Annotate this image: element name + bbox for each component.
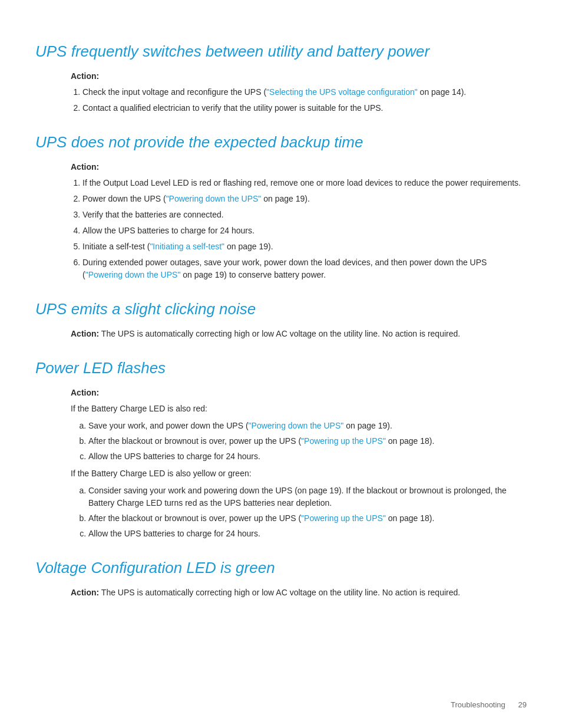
- section-backup-time-title: UPS does not provide the expected backup…: [35, 131, 527, 154]
- section-voltage-led: Voltage Configuration LED is green Actio…: [35, 556, 527, 599]
- voltage-led-action-text: The UPS is automatically correcting high…: [101, 588, 460, 597]
- list-item: Verify that the batteries are connected.: [82, 209, 527, 221]
- list-item: After the blackout or brownout is over, …: [88, 435, 527, 447]
- list-item: During extended power outages, save your…: [82, 256, 527, 281]
- section-switches-title: UPS frequently switches between utility …: [35, 40, 527, 63]
- powering-down-link-3[interactable]: "Powering down the UPS": [249, 421, 344, 430]
- section-clicking-action: Action: The UPS is automatically correct…: [71, 328, 527, 340]
- section-voltage-led-action: Action: The UPS is automatically correct…: [71, 587, 527, 599]
- section-clicking-title: UPS emits a slight clicking noise: [35, 298, 527, 321]
- section-power-led-title: Power LED flashes: [35, 357, 527, 380]
- section-backup-action-label: Action:: [71, 161, 527, 173]
- clicking-action-text: The UPS is automatically correcting high…: [101, 329, 460, 338]
- section-backup-time: UPS does not provide the expected backup…: [35, 131, 527, 281]
- section-clicking: UPS emits a slight clicking noise Action…: [35, 298, 527, 340]
- powering-up-link-1[interactable]: "Powering up the UPS": [301, 436, 386, 446]
- section-switches-list: Check the input voltage and reconfigure …: [82, 86, 527, 114]
- power-led-intro-yellow: If the Battery Charge LED is also yellow…: [71, 467, 527, 480]
- powering-up-link-2[interactable]: "Powering up the UPS": [301, 513, 386, 523]
- section-switches: UPS frequently switches between utility …: [35, 40, 527, 114]
- list-item: Allow the UPS batteries to charge for 24…: [88, 528, 527, 540]
- voltage-config-link[interactable]: "Selecting the UPS voltage configuration…: [266, 87, 418, 97]
- section-switches-action-label: Action:: [71, 70, 527, 83]
- list-item: Save your work, and power down the UPS (…: [88, 420, 527, 432]
- voltage-led-action-label: Action:: [71, 588, 99, 597]
- powering-down-link-2[interactable]: "Powering down the UPS": [85, 270, 181, 279]
- power-led-red-list: Save your work, and power down the UPS (…: [88, 420, 527, 463]
- section-power-led-action-label: Action:: [71, 387, 527, 399]
- power-led-yellow-list: Consider saving your work and powering d…: [88, 485, 527, 540]
- list-item: Allow the UPS batteries to charge for 24…: [88, 450, 527, 463]
- clicking-action-label: Action:: [71, 329, 99, 338]
- power-led-intro-red: If the Battery Charge LED is also red:: [71, 403, 527, 415]
- section-power-led: Power LED flashes Action: If the Battery…: [35, 357, 527, 540]
- section-voltage-led-title: Voltage Configuration LED is green: [35, 556, 527, 579]
- list-item: Consider saving your work and powering d…: [88, 485, 527, 509]
- list-item: Check the input voltage and reconfigure …: [82, 86, 527, 98]
- list-item: If the Output Load Level LED is red or f…: [82, 177, 527, 189]
- powering-down-link-1[interactable]: "Powering down the UPS": [166, 194, 262, 203]
- list-item: Contact a qualified electrician to verif…: [82, 102, 527, 114]
- list-item: Initiate a self-test ("Initiating a self…: [82, 241, 527, 253]
- list-item: Power down the UPS ("Powering down the U…: [82, 193, 527, 205]
- list-item: After the blackout or brownout is over, …: [88, 512, 527, 525]
- list-item: Allow the UPS batteries to charge for 24…: [82, 225, 527, 237]
- section-backup-list: If the Output Load Level LED is red or f…: [82, 177, 527, 281]
- self-test-link[interactable]: "Initiating a self-test": [150, 242, 224, 251]
